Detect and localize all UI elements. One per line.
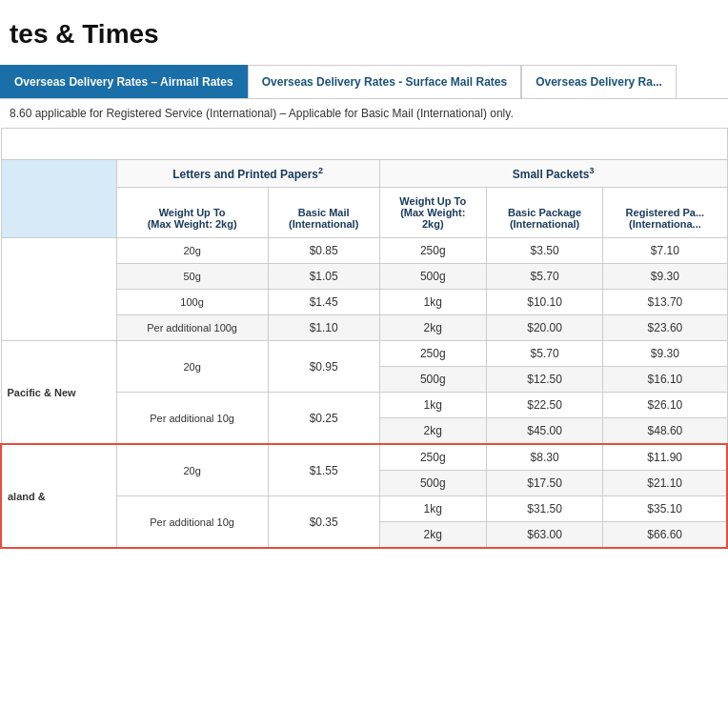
tab-overseas-delivery[interactable]: Overseas Delivery Ra... [521,65,677,98]
basic-mail-value: $0.35 [268,496,379,549]
letter-weight: Per additional 100g [116,315,268,341]
letter-weight: 20g [116,444,268,496]
registered-package-value: $23.60 [603,315,727,341]
packet-weight: 250g [379,341,486,367]
basic-package-value: $22.50 [486,393,602,418]
basic-mail-value: $1.10 [268,315,379,341]
packet-weight: 250g [379,444,486,471]
packet-weight: 2kg [379,418,486,445]
registered-package-value: $11.90 [603,444,727,471]
page-container: tes & Times Overseas Delivery Rates – Ai… [0,0,728,728]
letter-weight: Per additional 10g [116,393,268,445]
packet-weight: 500g [379,264,486,290]
registered-package-value: $35.10 [603,496,727,522]
letter-weight: 100g [116,290,268,315]
registered-package-value: $9.30 [603,264,727,290]
table-row: aland &20g$1.55250g$8.30$11.90 [1,444,727,471]
basic-package-value: $12.50 [486,367,602,393]
letter-weight: 50g [116,264,268,290]
registered-package-value: $66.60 [603,522,727,549]
tab-airmail[interactable]: Overseas Delivery Rates – Airmail Rates [0,65,248,98]
packet-weight: 1kg [379,393,486,418]
letter-weight: Per additional 10g [116,496,268,549]
basic-mail-value: $0.85 [268,238,379,264]
region-label [1,238,116,341]
col-basic-mail: Basic Mail(International) [268,188,379,238]
basic-package-value: $45.00 [486,418,602,445]
col-weight-packets: Weight Up To(Max Weight:2kg) [379,188,486,238]
region-label: aland & [1,444,116,548]
packet-weight: 500g [379,367,486,393]
basic-mail-value: $0.25 [268,393,379,445]
table-container: International Airmail Rates 1(from 1 Mar… [0,128,728,549]
basic-package-value: $17.50 [486,471,602,496]
packet-weight: 2kg [379,315,486,341]
basic-package-value: $8.30 [486,444,602,471]
registered-package-value: $26.10 [603,393,727,418]
registered-package-value: $13.70 [603,290,727,315]
registered-package-value: $21.10 [603,471,727,496]
packet-weight: 2kg [379,522,486,549]
page-title: tes & Times [0,19,728,65]
letter-weight: 20g [116,341,268,393]
note-text: 8.60 applicable for Registered Service (… [0,98,728,128]
col-registered-package: Registered Pa...(Internationa... [603,188,727,238]
basic-package-value: $5.70 [486,341,602,367]
basic-mail-value: $1.45 [268,290,379,315]
packet-weight: 250g [379,238,486,264]
rates-table: International Airmail Rates 1(from 1 Mar… [0,128,728,549]
registered-package-value: $7.10 [603,238,727,264]
region-label: Pacific & New [1,341,116,445]
table-main-header: International Airmail Rates 1(from 1 Mar… [1,129,727,160]
basic-package-value: $31.50 [486,496,602,522]
packet-weight: 1kg [379,496,486,522]
letter-weight: 20g [116,238,268,264]
packet-weight: 500g [379,471,486,496]
basic-package-value: $10.10 [486,290,602,315]
basic-package-value: $63.00 [486,522,602,549]
table-row: Pacific & New20g$0.95250g$5.70$9.30 [1,341,727,367]
section-packets: Small Packets3 [379,160,727,188]
registered-package-value: $16.10 [603,367,727,393]
col-weight-letters: Weight Up To(Max Weight: 2kg) [116,188,268,238]
basic-mail-value: $1.55 [268,444,379,496]
basic-package-value: $3.50 [486,238,602,264]
basic-package-value: $20.00 [486,315,602,341]
basic-package-value: $5.70 [486,264,602,290]
packet-weight: 1kg [379,290,486,315]
registered-package-value: $48.60 [603,418,727,445]
basic-mail-value: $0.95 [268,341,379,393]
basic-mail-value: $1.05 [268,264,379,290]
section-letters: Letters and Printed Papers2 [116,160,379,188]
registered-package-value: $9.30 [603,341,727,367]
tab-surface[interactable]: Overseas Delivery Rates - Surface Mail R… [248,65,521,98]
col-basic-package: Basic Package(International) [486,188,602,238]
tabs-container: Overseas Delivery Rates – Airmail Rates … [0,65,728,98]
table-row: 20g$0.85250g$3.50$7.10 [1,238,727,264]
